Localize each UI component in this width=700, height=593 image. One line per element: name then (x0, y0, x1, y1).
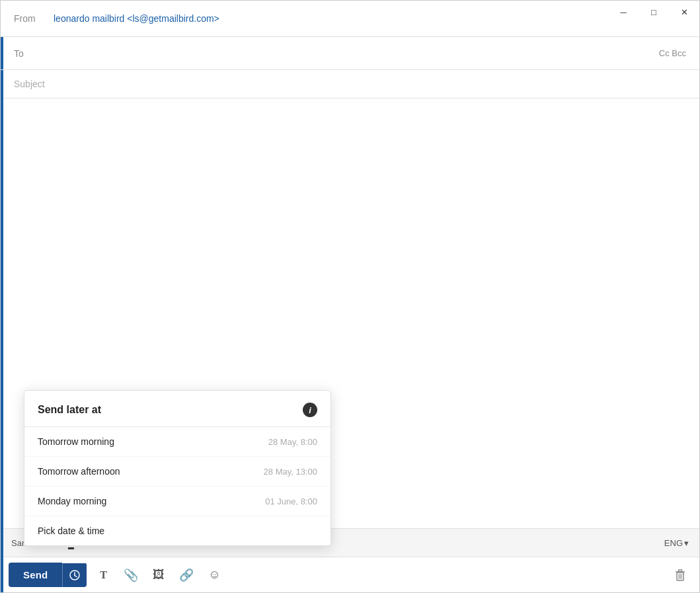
popup-title: Send later at (38, 404, 101, 416)
language-arrow: ▾ (684, 538, 689, 548)
emoji-icon: ☺ (208, 568, 220, 582)
from-value: leonardo mailbird <ls@getmailbird.com> (54, 13, 219, 24)
to-label: To (14, 48, 54, 59)
svg-line-2 (75, 575, 77, 576)
language-dropdown[interactable]: ENG ▾ (662, 533, 691, 553)
format-text-icon: T (100, 569, 107, 581)
insert-emoji-button[interactable]: ☺ (203, 564, 225, 586)
to-input[interactable] (54, 48, 659, 59)
attach-file-button[interactable]: 📎 (120, 564, 142, 586)
svg-rect-5 (679, 570, 682, 572)
close-button[interactable]: ✕ (669, 1, 699, 24)
bottom-bar: Send T 📎 🖼 🔗 ☺ (1, 557, 699, 592)
from-label: From (14, 13, 54, 24)
paperclip-icon: 📎 (124, 568, 138, 582)
send-button[interactable]: Send (9, 563, 62, 587)
send-later-monday-morning[interactable]: Monday morning 01 June, 8:00 (24, 487, 331, 516)
from-row: From leonardo mailbird <ls@getmailbird.c… (1, 1, 699, 37)
send-later-popup: Send later at i Tomorrow morning 28 May,… (24, 390, 331, 546)
tomorrow-afternoon-time: 28 May, 13:00 (264, 467, 317, 477)
minimize-button[interactable]: ─ (608, 1, 639, 24)
maximize-button[interactable]: □ (639, 1, 669, 24)
format-text-button[interactable]: T (92, 564, 114, 586)
language-label: ENG (664, 538, 683, 548)
send-later-button[interactable] (62, 563, 87, 587)
delete-button[interactable] (669, 564, 691, 586)
monday-morning-time: 01 June, 8:00 (265, 496, 317, 506)
image-icon: 🖼 (153, 568, 165, 582)
tomorrow-afternoon-label: Tomorrow afternoon (38, 466, 120, 477)
popup-header: Send later at i (24, 391, 331, 427)
send-later-pick-date[interactable]: Pick date & time (24, 516, 331, 545)
tomorrow-morning-label: Tomorrow morning (38, 436, 114, 447)
cc-bcc-button[interactable]: Cc Bcc (659, 48, 686, 58)
link-icon: 🔗 (179, 568, 194, 582)
info-icon[interactable]: i (303, 403, 317, 417)
subject-input[interactable] (14, 79, 686, 89)
attach-image-button[interactable]: 🖼 (147, 564, 170, 586)
to-row: To Cc Bcc (1, 37, 699, 70)
send-button-group: Send (9, 563, 87, 587)
monday-morning-label: Monday morning (38, 496, 106, 506)
compose-window: ─ □ ✕ From leonardo mailbird <ls@getmail… (1, 1, 699, 592)
titlebar: ─ □ ✕ (608, 1, 699, 24)
clock-icon (69, 570, 80, 580)
send-later-tomorrow-afternoon[interactable]: Tomorrow afternoon 28 May, 13:00 (24, 457, 331, 487)
subject-row (1, 70, 699, 99)
insert-link-button[interactable]: 🔗 (175, 564, 198, 586)
send-later-tomorrow-morning[interactable]: Tomorrow morning 28 May, 8:00 (24, 427, 331, 457)
trash-icon (674, 569, 687, 582)
pick-date-label: Pick date & time (38, 526, 104, 536)
tomorrow-morning-time: 28 May, 8:00 (268, 437, 317, 447)
